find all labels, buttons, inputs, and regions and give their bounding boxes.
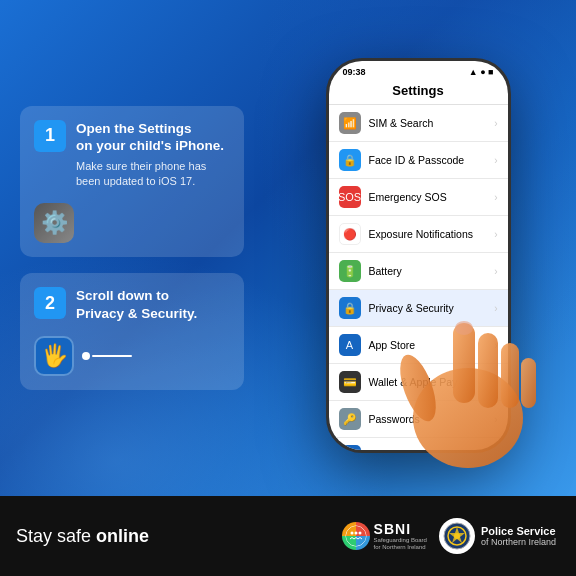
sbni-title: SBNI bbox=[374, 521, 427, 537]
step-1-icon-row: ⚙️ bbox=[34, 199, 230, 243]
hand-overlay bbox=[388, 268, 548, 468]
settings-item-emergency[interactable]: SOS Emergency SOS › bbox=[329, 179, 508, 216]
psni-badge-icon bbox=[439, 518, 475, 554]
step-1-text: Open the Settings on your child's iPhone… bbox=[76, 120, 230, 190]
status-bar: 09:38 ▲ ● ■ bbox=[329, 61, 508, 79]
settings-item-faceid[interactable]: 🔒 Face ID & Passcode › bbox=[329, 142, 508, 179]
scroll-line bbox=[92, 355, 132, 357]
exposure-icon: 🔴 bbox=[339, 223, 361, 245]
psni-subtitle: of Northern Ireland bbox=[481, 537, 556, 547]
step-2-number: 2 bbox=[34, 287, 66, 319]
faceid-label: Face ID & Passcode bbox=[369, 154, 487, 166]
emergency-chevron: › bbox=[494, 192, 497, 203]
step-1-title: Open the Settings on your child's iPhone… bbox=[76, 120, 230, 155]
scroll-dot bbox=[82, 352, 90, 360]
wallet-icon: 💳 bbox=[339, 371, 361, 393]
settings-header: Settings bbox=[329, 79, 508, 105]
steps-panel: 1 Open the Settings on your child's iPho… bbox=[0, 86, 260, 411]
svg-point-10 bbox=[358, 532, 361, 535]
status-time: 09:38 bbox=[343, 67, 366, 77]
scroll-hand-icon: 🖐 bbox=[34, 336, 74, 376]
svg-point-14 bbox=[454, 533, 460, 539]
step-1-card: 1 Open the Settings on your child's iPho… bbox=[20, 106, 244, 258]
sbni-circle-icon bbox=[342, 522, 370, 550]
svg-point-6 bbox=[455, 321, 473, 335]
footer-bar: Stay safe online bbox=[0, 496, 576, 576]
sbni-logo-top: SBNI Safeguarding Boardfor Northern Irel… bbox=[342, 521, 427, 551]
scroll-indicator bbox=[82, 352, 132, 360]
step-1-header: 1 Open the Settings on your child's iPho… bbox=[34, 120, 230, 190]
footer-tagline: Stay safe online bbox=[16, 526, 149, 547]
step-2-title: Scroll down to Privacy & Security. bbox=[76, 287, 230, 322]
svg-point-9 bbox=[354, 532, 357, 535]
appstore-icon: A bbox=[339, 334, 361, 356]
faceid-icon: 🔒 bbox=[339, 149, 361, 171]
passwords-icon: 🔑 bbox=[339, 408, 361, 430]
psni-logo: Police Service of Northern Ireland bbox=[439, 518, 556, 554]
exposure-chevron: › bbox=[494, 229, 497, 240]
footer-logos: SBNI Safeguarding Boardfor Northern Irel… bbox=[342, 518, 556, 554]
step-1-number: 1 bbox=[34, 120, 66, 152]
emergency-icon: SOS bbox=[339, 186, 361, 208]
step-2-icon-row: 🖐 bbox=[34, 332, 230, 376]
sbni-subtitle: Safeguarding Boardfor Northern Ireland bbox=[374, 537, 427, 551]
hand-svg bbox=[388, 268, 548, 468]
psni-title: Police Service bbox=[481, 525, 556, 537]
svg-rect-5 bbox=[521, 358, 536, 408]
sim-chevron: › bbox=[494, 118, 497, 129]
svg-rect-3 bbox=[478, 333, 498, 408]
faceid-chevron: › bbox=[494, 155, 497, 166]
status-icons: ▲ ● ■ bbox=[469, 67, 494, 77]
step-1-subtitle: Make sure their phone has been updated t… bbox=[76, 159, 230, 190]
emergency-label: Emergency SOS bbox=[369, 191, 487, 203]
sim-label: SIM & Search bbox=[369, 117, 487, 129]
psni-text: Police Service of Northern Ireland bbox=[481, 525, 556, 547]
ios-settings-icon: ⚙️ bbox=[34, 203, 74, 243]
step-2-text: Scroll down to Privacy & Security. bbox=[76, 287, 230, 322]
step-2-card: 2 Scroll down to Privacy & Security. 🖐 bbox=[20, 273, 244, 390]
privacy-icon: 🔒 bbox=[339, 297, 361, 319]
step-2-header: 2 Scroll down to Privacy & Security. bbox=[34, 287, 230, 322]
svg-point-8 bbox=[350, 532, 353, 535]
svg-rect-4 bbox=[501, 343, 519, 408]
sbni-logo: SBNI Safeguarding Boardfor Northern Irel… bbox=[342, 521, 427, 551]
phone-wrapper: 09:38 ▲ ● ■ Settings 📶 SIM & Search › bbox=[318, 58, 518, 478]
exposure-label: Exposure Notifications bbox=[369, 228, 487, 240]
phone-area: 09:38 ▲ ● ■ Settings 📶 SIM & Search › bbox=[260, 0, 576, 496]
settings-item-exposure[interactable]: 🔴 Exposure Notifications › bbox=[329, 216, 508, 253]
settings-item-sim[interactable]: 📶 SIM & Search › bbox=[329, 105, 508, 142]
main-content: 1 Open the Settings on your child's iPho… bbox=[0, 0, 576, 496]
sim-icon: 📶 bbox=[339, 112, 361, 134]
battery-icon: 🔋 bbox=[339, 260, 361, 282]
sbni-text-block: SBNI Safeguarding Boardfor Northern Irel… bbox=[374, 521, 427, 551]
mail-icon: ✉ bbox=[339, 445, 361, 450]
